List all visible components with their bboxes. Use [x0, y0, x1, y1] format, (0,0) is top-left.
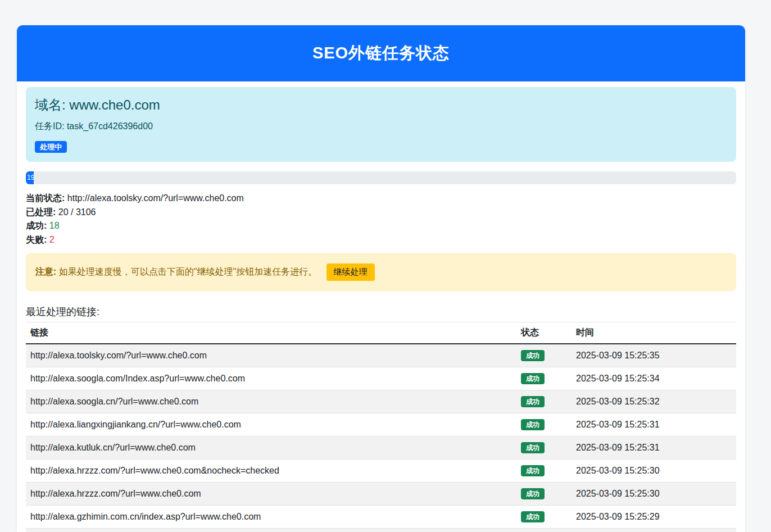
time-cell: 2025-03-09 15:25:30: [572, 483, 736, 506]
status-badge: 成功: [521, 373, 545, 384]
processed-line: 已处理: 20 / 3106: [26, 207, 736, 217]
time-cell: 2025-03-09 15:25:30: [572, 460, 736, 483]
table-row: http://alexa.hrzzz.com/?url=www.che0.com…: [26, 483, 736, 506]
link-cell: http://alexa.soogla.cn/?url=www.che0.com: [26, 390, 516, 413]
notice-banner: 注意: 如果处理速度慢，可以点击下面的"继续处理"按钮加速任务进行。 继续处理: [26, 253, 736, 291]
notice-prefix: 注意:: [35, 267, 56, 276]
status-badge: 成功: [521, 350, 545, 361]
continue-processing-button[interactable]: 继续处理: [326, 263, 375, 281]
progress-fill: 19%: [26, 171, 34, 184]
link-cell: http://alexa.toolsky.com/?url=www.che0.c…: [26, 344, 516, 367]
current-status-line: 当前状态: http://alexa.toolsky.com/?url=www.…: [26, 193, 736, 203]
recent-links-heading: 最近处理的链接:: [26, 303, 736, 319]
table-row: http://alexa.kutluk.cn/?url=www.che0.com…: [26, 436, 736, 460]
column-header-link: 链接: [26, 322, 516, 344]
column-header-time: 时间: [572, 322, 736, 344]
time-cell: 2025-03-09 15:25:34: [572, 367, 736, 390]
success-line: 成功: 18: [26, 221, 736, 231]
link-cell: http://alexa.hrzzz.com/?url=www.che0.com: [26, 483, 516, 506]
link-cell: http://alexa.liangxingjiankang.cn/?url=w…: [26, 413, 516, 436]
link-cell: http://alexa.gzhimin.com.cn/index.asp?ur…: [26, 506, 516, 529]
time-cell: 2025-03-09 15:25:32: [572, 390, 736, 413]
processed-label: 已处理:: [26, 207, 56, 217]
domain-label: 域名:: [35, 97, 66, 112]
page-header: SEO外链任务状态: [17, 25, 745, 81]
table-row-partial: [26, 528, 736, 532]
processing-status-badge: 处理中: [35, 141, 67, 153]
time-cell: 2025-03-09 15:25:31: [572, 413, 736, 436]
progress-bar: 19%: [26, 171, 736, 184]
status-badge: 成功: [521, 396, 545, 407]
current-status-label: 当前状态:: [26, 193, 65, 203]
status-badge: 成功: [521, 442, 545, 453]
link-cell: http://alexa.kutluk.cn/?url=www.che0.com: [26, 436, 516, 460]
status-badge: 成功: [521, 465, 545, 476]
task-id-label: 任务ID:: [35, 121, 64, 131]
status-badge: 成功: [521, 488, 545, 499]
link-cell: http://alexa.soogla.com/Index.asp?url=ww…: [26, 367, 516, 390]
time-cell: 2025-03-09 15:25:35: [572, 344, 736, 367]
link-cell: http://alexa.hrzzz.com/?url=www.che0.com…: [26, 460, 516, 483]
domain-line: 域名: www.che0.com: [35, 96, 727, 114]
table-row: http://alexa.gzhimin.com.cn/index.asp?ur…: [26, 506, 736, 529]
fail-label: 失败:: [26, 235, 47, 244]
table-row: http://alexa.liangxingjiankang.cn/?url=w…: [26, 413, 736, 436]
table-row: http://alexa.soogla.cn/?url=www.che0.com…: [26, 390, 736, 413]
table-row: http://alexa.toolsky.com/?url=www.che0.c…: [26, 344, 736, 367]
domain-value: www.che0.com: [69, 97, 160, 112]
success-count: 18: [49, 221, 60, 230]
table-row: http://alexa.soogla.com/Index.asp?url=ww…: [26, 367, 736, 390]
page-title: SEO外链任务状态: [312, 42, 450, 65]
column-header-status: 状态: [516, 322, 572, 344]
fail-line: 失败: 2: [26, 235, 736, 245]
table-header-row: 链接 状态 时间: [26, 322, 736, 344]
current-status-url: http://alexa.toolsky.com/?url=www.che0.c…: [67, 193, 244, 203]
time-cell: 2025-03-09 15:25:29: [572, 506, 736, 529]
table-row: http://alexa.hrzzz.com/?url=www.che0.com…: [26, 460, 736, 483]
status-block: 当前状态: http://alexa.toolsky.com/?url=www.…: [26, 193, 736, 244]
status-badge: 成功: [521, 419, 545, 430]
status-badge: 成功: [521, 511, 545, 522]
task-id-value: task_67cd426396d00: [67, 121, 153, 131]
processed-value: 20 / 3106: [58, 207, 96, 217]
task-id-line: 任务ID: task_67cd426396d00: [35, 121, 727, 133]
recent-links-table: 链接 状态 时间 http://alexa.toolsky.com/?url=w…: [26, 322, 736, 528]
page-content: 域名: www.che0.com 任务ID: task_67cd426396d0…: [17, 81, 745, 532]
time-cell: 2025-03-09 15:25:31: [572, 436, 736, 460]
main-container: SEO外链任务状态 域名: www.che0.com 任务ID: task_67…: [17, 25, 745, 532]
notice-text: 如果处理速度慢，可以点击下面的"继续处理"按钮加速任务进行。: [59, 267, 317, 276]
fail-count: 2: [49, 235, 55, 244]
task-info-card: 域名: www.che0.com 任务ID: task_67cd426396d0…: [26, 87, 736, 162]
success-label: 成功:: [26, 221, 47, 230]
